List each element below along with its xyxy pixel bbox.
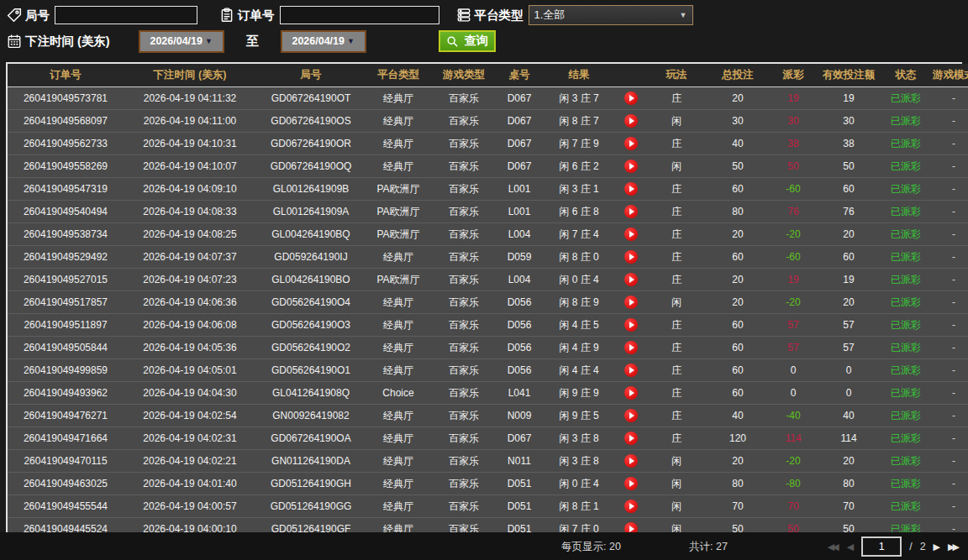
cell-total-bet: 20 [707, 450, 769, 473]
replay-play-icon[interactable] [624, 477, 638, 490]
cell-game-type: 百家乐 [431, 110, 497, 133]
replay-play-icon[interactable] [624, 364, 638, 377]
cell-bet-type: 庄 [646, 133, 707, 155]
replay-play-icon[interactable] [624, 386, 638, 400]
next-page-icon[interactable]: ▶ [934, 542, 940, 552]
cell-platform-type: 经典厅 [366, 405, 431, 427]
cell-platform-type: 经典厅 [366, 359, 431, 382]
date-to-select[interactable]: 2026/04/19 ▼ [281, 30, 366, 53]
cell-status: 已派彩 [880, 495, 932, 518]
cell-platform-type: 经典厅 [366, 155, 431, 178]
cell-valid-bet: 19 [818, 269, 880, 291]
order-id-input[interactable] [280, 6, 439, 24]
cell-result: 闲 3 庄 1 [542, 178, 616, 201]
cell-payout: 114 [769, 427, 818, 450]
pager: ◀◀ ◀ / 2 ▶ ▶▶ [828, 536, 960, 557]
cell-replay [616, 178, 646, 201]
cell-total-bet: 60 [707, 382, 769, 405]
order-id-label: 订单号 [238, 8, 275, 24]
cell-replay [616, 223, 646, 246]
cell-platform-type: 经典厅 [366, 450, 431, 473]
page-number-input[interactable] [861, 536, 902, 557]
cell-result: 闲 9 庄 5 [542, 405, 616, 427]
cell-payout: 38 [769, 133, 818, 155]
column-header-replay [616, 64, 646, 87]
replay-play-icon[interactable] [624, 318, 638, 332]
cell-result: 闲 4 庄 9 [542, 337, 616, 359]
cell-total-bet: 50 [707, 155, 769, 178]
cell-round-id: GN00926419082 [256, 405, 366, 427]
replay-play-icon[interactable] [624, 205, 638, 218]
replay-play-icon[interactable] [624, 432, 638, 445]
cell-valid-bet: 20 [818, 291, 880, 314]
cell-game-mode: - [932, 382, 968, 405]
cell-platform-type: PA欧洲厅 [366, 223, 431, 246]
cell-valid-bet: 0 [818, 382, 880, 405]
cell-valid-bet: 60 [818, 246, 880, 269]
replay-play-icon[interactable] [624, 341, 638, 354]
cell-total-bet: 20 [707, 269, 769, 291]
cell-bet-type: 庄 [646, 382, 707, 405]
cell-bet-type: 庄 [646, 405, 707, 427]
platform-type-select[interactable]: 1.全部 ▼ [529, 5, 693, 25]
cell-platform-type: 经典厅 [366, 427, 431, 450]
cell-status: 已派彩 [880, 269, 932, 291]
cell-bet-time: 2026-04-19 04:01:40 [124, 473, 256, 495]
replay-play-icon[interactable] [624, 137, 638, 150]
replay-play-icon[interactable] [624, 92, 638, 105]
cell-round-id: GD067264190OS [256, 110, 366, 133]
replay-play-icon[interactable] [624, 250, 638, 264]
replay-play-icon[interactable] [624, 296, 638, 309]
date-from-select[interactable]: 2026/04/19 ▼ [139, 30, 224, 53]
replay-play-icon[interactable] [624, 273, 638, 286]
cell-game-type: 百家乐 [431, 450, 497, 473]
pagination-bar: 每页显示: 20 共计: 27 ◀◀ ◀ / 2 ▶ ▶▶ [0, 532, 968, 560]
cell-valid-bet: 19 [818, 87, 880, 110]
last-page-icon[interactable]: ▶▶ [948, 542, 960, 552]
cell-bet-time: 2026-04-19 04:07:23 [124, 269, 256, 291]
cell-bet-type: 闲 [646, 291, 707, 314]
cell-result: 闲 8 庄 7 [542, 110, 616, 133]
replay-play-icon[interactable] [624, 500, 638, 513]
cell-status: 已派彩 [880, 359, 932, 382]
cell-round-id: GD067264190OA [256, 427, 366, 450]
cell-table-number: D056 [497, 314, 542, 337]
cell-total-bet: 20 [707, 291, 769, 314]
replay-play-icon[interactable] [624, 114, 638, 128]
cell-platform-type: 经典厅 [366, 110, 431, 133]
cell-valid-bet: 30 [818, 110, 880, 133]
first-page-icon[interactable]: ◀◀ [828, 542, 839, 552]
cell-total-bet: 20 [707, 87, 769, 110]
cell-round-id: GL0012641909A [256, 201, 366, 223]
cell-payout: -80 [769, 473, 818, 495]
column-header-table-number: 桌号 [497, 64, 542, 87]
bet-records-table: 订单号 下注时间 (美东) 局号 平台类型 游戏类型 桌号 结果 玩法 总投注 … [6, 62, 962, 560]
cell-order-number: 260419049505844 [8, 337, 124, 359]
replay-play-icon[interactable] [624, 409, 638, 422]
cell-game-type: 百家乐 [431, 382, 497, 405]
cell-result: 闲 3 庄 8 [542, 450, 616, 473]
cell-status: 已派彩 [880, 337, 932, 359]
cell-result: 闲 9 庄 9 [542, 382, 616, 405]
cell-game-type: 百家乐 [431, 405, 497, 427]
cell-result: 闲 8 庄 9 [542, 291, 616, 314]
cell-game-mode: - [932, 133, 968, 155]
table-row: 2604190495058442026-04-19 04:05:36GD0562… [8, 337, 968, 359]
round-id-input[interactable] [55, 6, 197, 24]
cell-order-number: 260419049471664 [8, 427, 124, 450]
cell-table-number: D067 [497, 155, 542, 178]
search-button[interactable]: 查询 [439, 30, 496, 52]
cell-replay [616, 155, 646, 178]
cell-payout: 50 [769, 155, 818, 178]
cell-round-id: GN011264190DA [256, 450, 366, 473]
cell-result: 闲 7 庄 9 [542, 133, 616, 155]
replay-play-icon[interactable] [624, 182, 638, 196]
replay-play-icon[interactable] [624, 228, 638, 241]
cell-payout: 0 [769, 382, 818, 405]
previous-page-icon[interactable]: ◀ [847, 542, 854, 552]
cell-status: 已派彩 [880, 405, 932, 427]
cell-bet-type: 闲 [646, 450, 707, 473]
replay-play-icon[interactable] [624, 454, 638, 468]
column-header-round-id: 局号 [256, 64, 366, 87]
replay-play-icon[interactable] [624, 160, 638, 173]
